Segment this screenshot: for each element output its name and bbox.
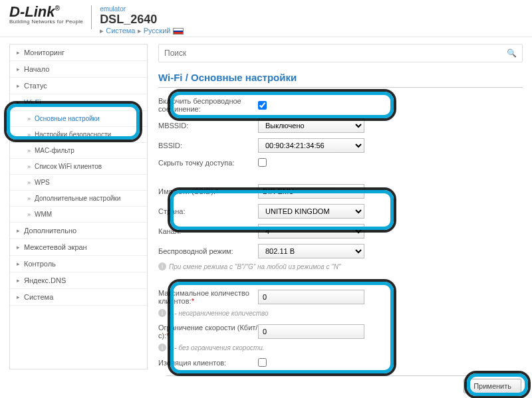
sidebar-item-label: Дополнительные настройки	[35, 195, 120, 202]
sidebar-sub-clients[interactable]: »Список WiFi клиентов	[10, 159, 147, 175]
sidebar-item-label: Система	[24, 293, 53, 301]
speedlimit-input[interactable]	[258, 324, 364, 339]
logo-tagline: Building Networks for People	[9, 19, 83, 25]
row-mbssid: MBSSID: Выключено	[158, 116, 523, 136]
speedlimit-label: Ограничение скорости (Кбит/с):*	[158, 324, 258, 340]
sidebar-item-additional[interactable]: ▸Дополнительно	[10, 223, 147, 239]
chevron-icon: »	[27, 148, 31, 154]
sidebar-item-label: WMM	[35, 211, 52, 218]
sidebar-item-label: WPS	[35, 179, 50, 186]
info-icon: i	[158, 262, 166, 270]
breadcrumb-system[interactable]: Система	[106, 27, 135, 35]
chevron-icon: »	[27, 116, 31, 122]
chevron-icon: ▸	[17, 99, 20, 106]
chevron-icon: »	[27, 163, 31, 170]
speedlimit-hint-row: i 0 - без ограничения скорости.	[158, 342, 523, 355]
sidebar-item-yandexdns[interactable]: ▸Яндекс.DNS	[10, 272, 147, 289]
sidebar-sub-wps[interactable]: »WPS	[10, 175, 147, 191]
channel-select[interactable]: 4	[258, 224, 364, 239]
flag-icon	[173, 28, 184, 35]
country-label: Страна:	[158, 207, 258, 215]
row-isolation: Изоляция клиентов:	[158, 355, 523, 369]
sidebar-item-label: Wi-Fi	[24, 98, 41, 106]
sidebar-item-label: Настройки безопасности	[35, 131, 111, 138]
ssid-input[interactable]	[258, 184, 364, 199]
sidebar-item-label: Статус	[24, 82, 47, 90]
chevron-icon: ▸	[17, 244, 20, 250]
chevron-icon: »	[27, 195, 31, 202]
footer-bar: Применить	[166, 375, 523, 395]
channel-label: Канал:	[158, 227, 258, 235]
maxclients-input[interactable]	[258, 290, 364, 304]
header: D-Link® Building Networks for People emu…	[0, 0, 532, 37]
bssid-select[interactable]: 00:90:34:21:34:56	[258, 138, 364, 153]
page-title: Wi-Fi / Основные настройки	[158, 72, 523, 88]
chevron-icon: ▸	[17, 277, 20, 284]
sidebar-item-label: Основные настройки	[35, 115, 100, 122]
divider	[91, 5, 92, 29]
maxclients-hint-row: i 0 - неограниченное количество	[158, 308, 523, 321]
row-channel: Канал: 4	[158, 221, 523, 241]
sidebar: ▸Мониторинг ▸Начало ▸Статус ▸Wi-Fi »Осно…	[9, 44, 148, 369]
sidebar-sub-advanced[interactable]: »Дополнительные настройки	[10, 191, 147, 207]
sidebar-item-label: Начало	[24, 65, 49, 73]
bssid-label: BSSID:	[158, 142, 258, 149]
chevron-icon: »	[27, 132, 31, 138]
sidebar-item-monitoring[interactable]: ▸Мониторинг	[10, 45, 147, 61]
maxclients-hint: 0 - неограниченное количество	[169, 310, 269, 317]
search-icon[interactable]: 🔍	[507, 49, 517, 58]
sidebar-item-start[interactable]: ▸Начало	[10, 61, 147, 78]
mbssid-select[interactable]: Выключено	[258, 118, 364, 133]
mbssid-label: MBSSID:	[158, 122, 258, 130]
speedlimit-hint: 0 - без ограничения скорости.	[169, 344, 265, 351]
mode-select[interactable]: 802.11 B	[258, 244, 364, 258]
hide-ap-checkbox[interactable]	[258, 158, 267, 167]
row-enable: Включить беспроводное соединение:	[158, 94, 523, 116]
emulator-label: emulator	[100, 5, 183, 13]
row-hide-ap: Скрыть точку доступа:	[158, 155, 523, 169]
sidebar-item-label: Межсетевой экран	[24, 243, 87, 251]
isolation-checkbox[interactable]	[258, 358, 267, 367]
sidebar-item-firewall[interactable]: ▸Межсетевой экран	[10, 239, 147, 256]
chevron-icon: ▸	[17, 227, 20, 234]
search-bar[interactable]: 🔍	[158, 44, 523, 62]
sidebar-item-system[interactable]: ▸Система	[10, 289, 147, 306]
sidebar-item-status[interactable]: ▸Статус	[10, 78, 147, 94]
sidebar-item-label: Дополнительно	[24, 227, 76, 235]
sidebar-sub-basic[interactable]: »Основные настройки	[10, 111, 147, 127]
info-icon: i	[158, 309, 166, 317]
enable-checkbox[interactable]	[258, 101, 267, 110]
chevron-icon: ▸	[138, 27, 144, 35]
sidebar-item-label: Мониторинг	[24, 49, 65, 56]
main-content: 🔍 Wi-Fi / Основные настройки Включить бе…	[158, 44, 523, 369]
logo: D-Link® Building Networks for People	[9, 5, 83, 25]
apply-button[interactable]: Применить	[464, 379, 521, 393]
row-mode: Беспроводной режим: 802.11 B	[158, 241, 523, 261]
sidebar-item-wifi[interactable]: ▸Wi-Fi	[10, 94, 147, 111]
sidebar-sub-macfilter[interactable]: »MAC-фильтр	[10, 143, 147, 159]
sidebar-item-label: MAC-фильтр	[35, 147, 74, 154]
chevron-icon: ▸	[17, 82, 20, 89]
info-icon: i	[158, 344, 166, 351]
chevron-icon: ▸	[17, 294, 20, 300]
row-maxclients: Максимальное количество клиентов:*	[158, 286, 523, 308]
sidebar-sub-wmm[interactable]: »WMM	[10, 207, 147, 223]
sidebar-item-label: Список WiFi клиентов	[35, 163, 102, 170]
mode-hint-row: i При смене режима с "B"/"G" на любой из…	[158, 261, 523, 274]
row-country: Страна: UNITED KINGDOM	[158, 201, 523, 221]
row-ssid: Имя сети (SSID):*	[158, 181, 523, 201]
enable-label: Включить беспроводное соединение:	[158, 97, 258, 113]
chevron-icon: »	[27, 179, 31, 186]
sidebar-sub-security[interactable]: »Настройки безопасности	[10, 127, 147, 143]
sidebar-item-control[interactable]: ▸Контроль	[10, 256, 147, 272]
search-input[interactable]	[164, 49, 507, 58]
maxclients-label: Максимальное количество клиентов:*	[158, 289, 258, 305]
mode-hint: При смене режима с "B"/"G" на любой из р…	[169, 263, 341, 270]
breadcrumb-lang[interactable]: Русский	[144, 27, 171, 35]
chevron-icon: ▸	[17, 66, 20, 72]
chevron-icon: ▸	[17, 260, 20, 267]
chevron-icon: ▸	[100, 27, 106, 35]
model-name: DSL_2640	[100, 13, 183, 27]
country-select[interactable]: UNITED KINGDOM	[258, 204, 364, 219]
chevron-icon: »	[27, 211, 31, 218]
